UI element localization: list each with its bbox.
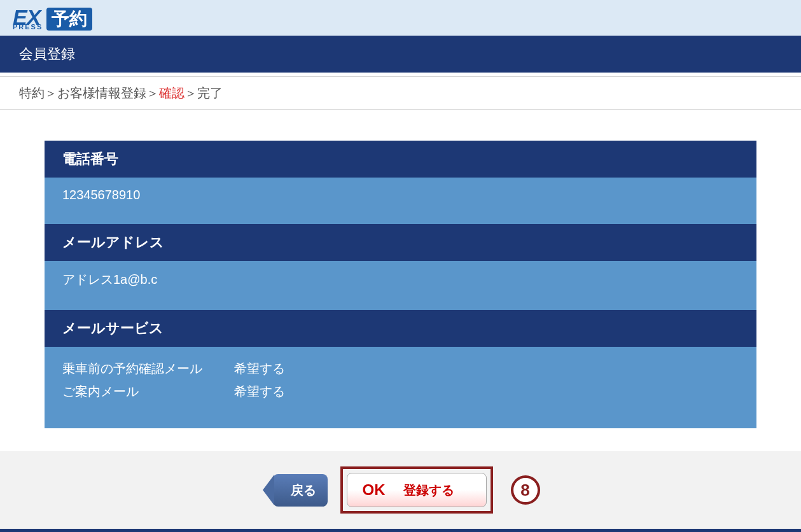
mail-service-heading: メールサービス	[45, 310, 756, 347]
ok-label: 登録する	[403, 482, 454, 499]
logo-press-text: PRESS	[13, 23, 43, 31]
logo: EX PRESS 予約	[13, 6, 92, 31]
mail-service-body: 乗車前の予約確認メール 希望する ご案内メール 希望する	[45, 347, 756, 413]
mail-service-value-1: 希望する	[234, 357, 285, 380]
phone-value: 12345678910	[45, 178, 756, 213]
mail-service-row-1: 乗車前の予約確認メール 希望する	[62, 357, 739, 380]
logo-yoyaku-text: 予約	[46, 8, 92, 31]
phone-heading: 電話番号	[45, 141, 756, 178]
button-bar: 戻る OK 登録する 8	[0, 451, 801, 529]
ok-button-highlight: OK 登録する	[340, 466, 493, 514]
header-top: EX PRESS 予約	[0, 0, 801, 36]
breadcrumb-step-2: お客様情報登録	[57, 86, 146, 100]
info-panel: 電話番号 12345678910 メールアドレス アドレス1a@b.c メールサ…	[45, 141, 756, 428]
mail-service-label-1: 乗車前の予約確認メール	[62, 357, 215, 380]
ok-text: OK	[363, 481, 386, 499]
mail-service-value-2: 希望する	[234, 380, 285, 403]
breadcrumb-step-1: 特約	[19, 86, 45, 100]
content-area: 電話番号 12345678910 メールアドレス アドレス1a@b.c メールサ…	[0, 110, 801, 451]
ok-register-button[interactable]: OK 登録する	[347, 473, 487, 507]
mail-service-row-2: ご案内メール 希望する	[62, 380, 739, 403]
footer-bar	[0, 529, 801, 532]
back-button[interactable]: 戻る	[273, 474, 328, 507]
breadcrumb-step-current: 確認	[159, 86, 185, 100]
breadcrumb: 特約＞お客様情報登録＞確認＞完了	[0, 76, 801, 110]
mail-service-label-2: ご案内メール	[62, 380, 215, 403]
breadcrumb-step-4: 完了	[197, 86, 223, 100]
email-value: アドレス1a@b.c	[45, 261, 756, 298]
step-badge: 8	[511, 475, 540, 505]
email-heading: メールアドレス	[45, 224, 756, 261]
page-title: 会員登録	[0, 36, 801, 73]
